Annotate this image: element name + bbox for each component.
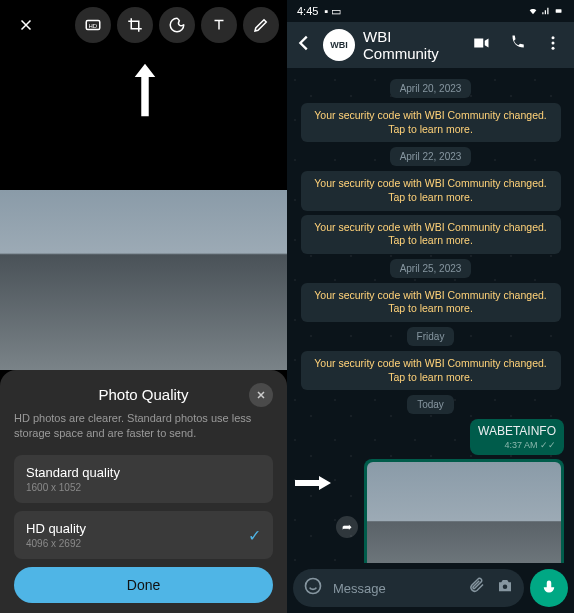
arrow-indicator-icon xyxy=(293,475,333,495)
option-name: Standard quality xyxy=(26,465,120,480)
quality-option-hd[interactable]: HD quality 4096 x 2692 ✓ xyxy=(14,511,273,559)
close-button[interactable] xyxy=(8,7,44,43)
option-resolution: 4096 x 2692 xyxy=(26,538,86,549)
date-chip: April 20, 2023 xyxy=(390,79,472,98)
status-bar: 4:45 ▪ ▭ xyxy=(287,0,574,22)
crop-icon[interactable] xyxy=(117,7,153,43)
svg-point-3 xyxy=(552,36,555,39)
attach-icon[interactable] xyxy=(468,577,486,599)
outgoing-message[interactable]: WABETAINFO 4:37 AM ✓✓ xyxy=(470,419,564,455)
sticker-icon[interactable] xyxy=(159,7,195,43)
svg-point-4 xyxy=(552,42,555,45)
back-button[interactable] xyxy=(293,32,315,58)
date-chip: April 25, 2023 xyxy=(390,259,472,278)
wifi-icon xyxy=(528,6,538,16)
checkmark-icon: ✓ xyxy=(248,526,261,545)
sheet-title: Photo Quality xyxy=(98,386,188,403)
system-message[interactable]: Your security code with WBI Community ch… xyxy=(301,351,561,390)
avatar[interactable]: WBI xyxy=(323,29,355,61)
system-message[interactable]: Your security code with WBI Community ch… xyxy=(301,283,561,322)
status-time: 4:45 xyxy=(297,5,318,17)
date-chip: Friday xyxy=(407,327,455,346)
svg-text:HD: HD xyxy=(89,23,98,29)
draw-icon[interactable] xyxy=(243,7,279,43)
notif-icon: ▪ ▭ xyxy=(324,5,341,18)
photo-preview xyxy=(0,190,287,370)
svg-point-5 xyxy=(552,47,555,50)
message-input[interactable]: Message xyxy=(293,569,524,607)
date-chip: April 22, 2023 xyxy=(390,147,472,166)
arrow-indicator-icon xyxy=(130,55,160,125)
mic-button[interactable] xyxy=(530,569,568,607)
system-message[interactable]: Your security code with WBI Community ch… xyxy=(301,215,561,254)
signal-icon xyxy=(541,6,551,16)
option-name: HD quality xyxy=(26,521,86,536)
done-button[interactable]: Done xyxy=(14,567,273,603)
chat-header: WBI WBI Community xyxy=(287,22,574,68)
system-message[interactable]: Your security code with WBI Community ch… xyxy=(301,103,561,142)
chat-title[interactable]: WBI Community xyxy=(363,28,464,62)
voice-call-icon[interactable] xyxy=(508,34,526,56)
image-thumbnail[interactable]: HD 4:45 AM ✓ xyxy=(367,462,561,563)
svg-rect-2 xyxy=(556,9,562,12)
input-bar: Message xyxy=(287,563,574,613)
camera-icon[interactable] xyxy=(496,577,514,599)
battery-icon xyxy=(554,6,564,16)
sheet-close-button[interactable] xyxy=(249,383,273,407)
system-message[interactable]: Your security code with WBI Community ch… xyxy=(301,171,561,210)
outgoing-image-message[interactable]: ➦ HD 4:45 AM ✓ xyxy=(364,459,564,563)
svg-point-6 xyxy=(306,579,321,594)
option-resolution: 1600 x 1052 xyxy=(26,482,120,493)
date-chip: Today xyxy=(407,395,454,414)
input-placeholder: Message xyxy=(333,581,458,596)
sheet-description: HD photos are clearer. Standard photos u… xyxy=(14,411,273,441)
more-icon[interactable] xyxy=(544,34,562,56)
video-call-icon[interactable] xyxy=(472,34,490,56)
forward-icon[interactable]: ➦ xyxy=(336,516,358,538)
hd-toggle-button[interactable]: HD xyxy=(75,7,111,43)
chat-body[interactable]: April 20, 2023 Your security code with W… xyxy=(287,68,574,563)
quality-option-standard[interactable]: Standard quality 1600 x 1052 xyxy=(14,455,273,503)
message-text: WABETAINFO xyxy=(478,424,556,438)
photo-quality-sheet: Photo Quality HD photos are clearer. Sta… xyxy=(0,370,287,613)
message-time: 4:37 AM ✓✓ xyxy=(478,440,556,450)
text-icon[interactable] xyxy=(201,7,237,43)
emoji-icon[interactable] xyxy=(303,576,323,600)
svg-point-7 xyxy=(503,585,508,590)
